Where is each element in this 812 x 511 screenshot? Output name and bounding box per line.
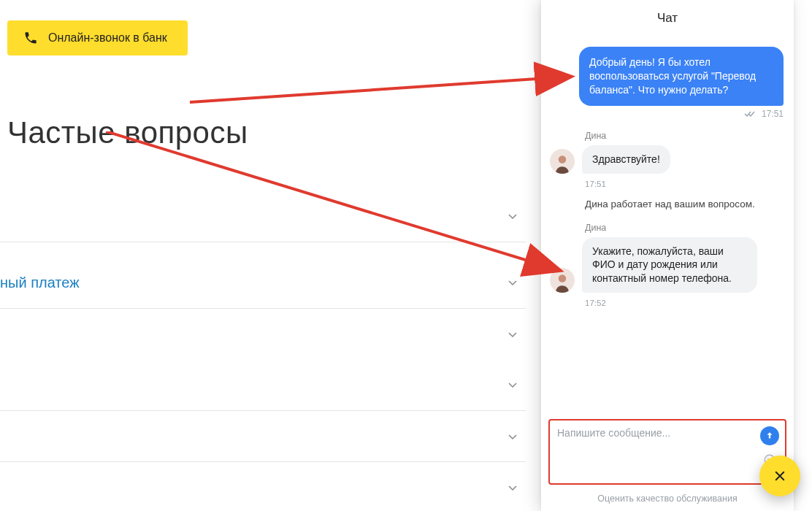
chat-input[interactable]: Напишите сообщение... [548, 419, 786, 485]
faq-row-label: ный платеж [0, 274, 80, 291]
avatar [550, 268, 575, 293]
chevron-down-icon [508, 328, 517, 341]
chat-message-outgoing: Добрый день! Я бы хотел воспользоваться … [579, 47, 784, 119]
system-message: Дина работает над вашим вопросом. [585, 199, 785, 210]
online-call-label: Онлайн-звонок в банк [48, 31, 167, 45]
agent-name: Дина [585, 223, 785, 233]
faq-row[interactable] [0, 410, 526, 461]
chat-message-incoming: Укажите, пожалуйста, ваши ФИО и дату рож… [550, 237, 785, 293]
faq-row[interactable] [0, 190, 526, 242]
close-icon [773, 469, 786, 483]
message-bubble: Укажите, пожалуйста, ваши ФИО и дату рож… [582, 237, 757, 293]
chevron-down-icon [508, 430, 517, 443]
faq-row[interactable] [0, 461, 526, 511]
page-title: Частые вопросы [7, 115, 248, 150]
chat-input-area: Напишите сообщение... [541, 415, 794, 489]
chat-messages: Добрый день! Я бы хотел воспользоваться … [541, 36, 794, 415]
faq-row[interactable] [0, 308, 526, 359]
svg-point-1 [559, 274, 567, 283]
online-call-button[interactable]: Онлайн-звонок в банк [7, 20, 188, 55]
main-content: Онлайн-звонок в банк Частые вопросы ный … [0, 0, 537, 511]
faq-row[interactable] [0, 359, 526, 410]
agent-name: Дина [585, 131, 785, 141]
input-placeholder: Напишите сообщение... [557, 427, 670, 439]
message-time: 17:52 [585, 299, 785, 307]
chat-panel: Чат Добрый день! Я бы хотел воспользоват… [541, 0, 794, 511]
faq-row[interactable]: ный платеж [0, 257, 526, 308]
phone-icon [23, 31, 38, 45]
svg-point-0 [559, 155, 567, 164]
chevron-down-icon [508, 276, 517, 289]
chat-title: Чат [541, 0, 794, 36]
send-button[interactable] [760, 426, 779, 445]
close-chat-button[interactable] [759, 456, 800, 496]
chevron-down-icon [508, 210, 517, 223]
chat-message-incoming: Здравствуйте! [550, 145, 785, 174]
message-time: 17:51 [585, 180, 785, 188]
chevron-down-icon [508, 378, 517, 391]
rate-service-link[interactable]: Оценить качество обслуживания [541, 489, 794, 511]
message-bubble: Здравствуйте! [582, 145, 670, 174]
message-time: 17:51 [762, 109, 784, 119]
message-bubble: Добрый день! Я бы хотел воспользоваться … [579, 47, 784, 106]
avatar [550, 149, 575, 174]
chevron-down-icon [508, 481, 517, 494]
read-ticks-icon [744, 110, 757, 118]
